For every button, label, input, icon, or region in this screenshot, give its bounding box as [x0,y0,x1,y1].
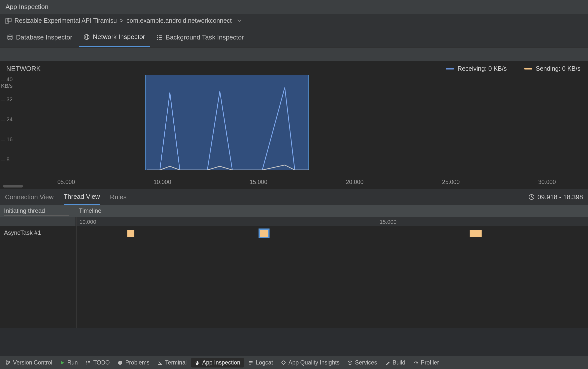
x-tick: 20.000 [346,179,363,186]
ruler-tick: 10.000 [79,219,96,225]
panel-title: App Inspection [5,3,48,11]
col-label: Timeline [79,207,101,214]
svg-marker-32 [282,361,286,365]
svg-point-14 [6,364,7,365]
diamond-icon [281,360,286,365]
tool-window-build[interactable]: Build [382,358,409,368]
chart-sending-series [0,75,588,170]
list-icon [157,34,163,40]
svg-point-6 [157,35,158,36]
tool-label: Build [393,359,405,366]
tab-label: Connection View [5,193,54,201]
globe-icon [84,34,90,40]
tab-thread-view[interactable]: Thread View [64,189,100,205]
svg-point-13 [6,360,7,362]
svg-rect-28 [197,361,198,363]
database-icon [7,34,13,40]
tab-database-inspector[interactable]: Database Inspector [2,28,77,47]
svg-rect-20 [88,362,90,363]
svg-rect-31 [249,364,251,364]
toolbar-strip [0,48,588,61]
tool-window-profiler[interactable]: Profiler [410,358,443,368]
thread-row-track[interactable] [75,226,588,240]
x-tick: 25.000 [442,179,460,186]
process-selector[interactable]: Resizable Experimental API Tiramisu > co… [0,14,588,28]
chevron-down-icon [237,20,241,22]
network-chart[interactable]: NETWORK Receiving: 0 KB/s Sending: 0 KB/… [0,61,588,189]
device-icon [5,18,11,24]
svg-point-19 [86,362,87,363]
svg-rect-30 [249,362,253,363]
chart-scrollbar-thumb[interactable] [3,185,23,188]
tab-connection-view[interactable]: Connection View [5,189,54,205]
tool-window-version-control[interactable]: Version Control [2,358,56,368]
x-tick: 30.000 [538,179,556,186]
tool-window-app-inspection[interactable]: App Inspection [191,358,244,368]
col-header-initiating-thread[interactable]: Initiating thread [0,205,75,217]
tab-label: Rules [110,193,126,201]
tab-rules[interactable]: Rules [110,189,126,205]
tool-label: TODO [93,359,110,366]
hammer-icon [385,360,390,365]
terminal-icon [158,360,163,365]
gauge-icon [413,360,418,365]
network-event-chip[interactable] [260,230,268,237]
tool-window-app-quality-insights[interactable]: App Quality Insights [278,358,343,368]
svg-rect-7 [159,35,162,36]
tool-window-services[interactable]: Services [344,358,380,368]
tool-window-problems[interactable]: Problems [114,358,153,368]
process-name: com.example.android.networkconnect [127,17,232,24]
play-icon [60,360,65,365]
tool-label: Terminal [165,359,187,366]
logcat-icon [248,360,253,365]
tab-network-inspector[interactable]: Network Inspector [79,28,150,47]
inspector-tab-bar: Database Inspector Network Inspector Bac… [0,28,588,48]
tab-background-task-inspector[interactable]: Background Task Inspector [152,28,248,47]
svg-rect-9 [159,37,162,38]
thread-row-name[interactable]: AsyncTask #1 [0,226,75,240]
tool-window-run[interactable]: Run [57,358,81,368]
tool-window-todo[interactable]: TODO [82,358,113,368]
svg-rect-22 [88,364,90,364]
services-icon [347,360,352,365]
thread-table-header: Initiating thread Timeline [0,205,588,217]
legend-sending: Sending: 0 KB/s [524,65,581,72]
tool-label: Run [67,359,78,366]
col-header-timeline[interactable]: Timeline [75,205,588,217]
tool-label: Services [355,359,377,366]
svg-rect-26 [158,361,162,364]
tool-window-terminal[interactable]: Terminal [154,358,190,368]
tab-label: Database Inspector [16,34,72,41]
legend-label: Receiving: 0 KB/s [457,65,507,72]
x-tick: 05.000 [57,179,75,186]
network-event-chip[interactable] [127,230,134,237]
svg-rect-18 [88,361,90,362]
x-tick: 15.000 [250,179,267,186]
chart-plot-region[interactable] [0,75,588,170]
chart-x-axis: 05.000 10.000 15.000 20.000 25.000 30.00… [0,175,588,189]
tab-label: Thread View [64,193,100,200]
tool-label: App Quality Insights [289,359,340,366]
svg-rect-0 [5,19,9,23]
list-icon [86,360,91,365]
chart-legend: Receiving: 0 KB/s Sending: 0 KB/s [446,65,581,72]
x-tick: 10.000 [154,179,171,186]
time-range-display: 09.918 - 18.398 [529,193,583,201]
inspection-icon [195,360,200,365]
tool-window-logcat[interactable]: Logcat [245,358,277,368]
legend-receiving: Receiving: 0 KB/s [446,65,507,72]
svg-point-15 [9,361,10,362]
tool-label: Version Control [13,359,52,366]
svg-rect-29 [249,361,253,362]
timeline-ruler: 10.000 15.000 [0,217,588,226]
breadcrumb-sep: > [120,17,124,24]
tab-label: Network Inspector [93,33,145,41]
legend-swatch-sending [524,68,532,70]
network-event-chip[interactable] [470,230,482,237]
detail-view-tabs: Connection View Thread View Rules 09.918… [0,189,588,205]
svg-marker-34 [349,362,351,363]
tool-window-bar: Version Control Run TODO Problems Termin… [0,356,588,369]
svg-rect-11 [159,39,162,40]
svg-point-17 [86,361,87,362]
legend-swatch-receiving [446,68,454,70]
